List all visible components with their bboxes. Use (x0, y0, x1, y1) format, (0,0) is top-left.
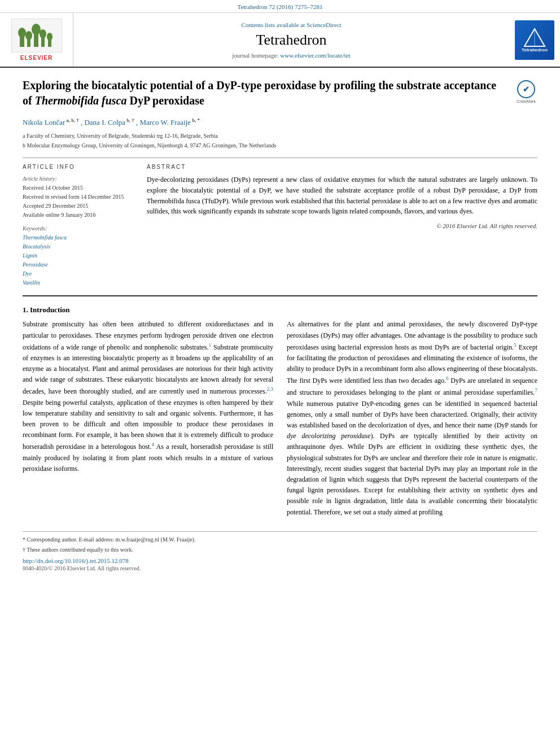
issn-text: 0040-4020/© 2016 Elsevier Ltd. All right… (23, 565, 537, 571)
svg-point-7 (40, 29, 46, 38)
article-title: Exploring the biocatalytic potential of … (23, 78, 507, 108)
abstract-column: ABSTRACT Dye-decolorizing peroxidases (D… (147, 164, 537, 287)
logo-image (11, 19, 62, 53)
author-colpa-sup: b, † (125, 117, 134, 123)
body-divider (23, 295, 537, 296)
author-loncar[interactable]: Nikola Lončar (23, 118, 65, 126)
sciencedirect-text: Contents lists available at ScienceDirec… (241, 21, 341, 28)
svg-point-3 (25, 31, 32, 40)
article-title-section: Exploring the biocatalytic potential of … (23, 78, 537, 108)
author-fraaije-sup: b, * (191, 117, 200, 123)
journal-badge-area: Tetrahedron (509, 13, 560, 67)
main-content: Exploring the biocatalytic potential of … (0, 68, 560, 583)
publisher-logo-area: ELSEVIER (0, 13, 73, 67)
intro-para-left-1: Substrate promiscuity has often been att… (23, 319, 273, 474)
elsevier-logo: ELSEVIER (11, 19, 62, 61)
article-info-column: ARTICLE INFO Article history: Received 1… (23, 164, 135, 287)
journal-homepage: journal homepage: www.elsevier.com/locat… (232, 52, 350, 59)
received-date: Received 14 October 2015 (23, 184, 135, 193)
author-loncar-sup: a, b, † (65, 117, 78, 123)
footnote-equal: † These authors contributed equally to t… (23, 545, 537, 554)
body-col-right: As alternatives for the plant and animal… (287, 319, 537, 522)
elsevier-wordmark: ELSEVIER (20, 55, 53, 61)
affiliation-b: b Molecular Enzymology Group, University… (23, 141, 537, 150)
page: Tetrahedron 72 (2016) 7275–7281 (0, 0, 560, 747)
authors-section: Nikola Lončar a, b, † , Dana I. Colpa b,… (23, 117, 537, 127)
svg-point-5 (32, 24, 41, 35)
crossmark-icon: ✔ (517, 80, 535, 98)
svg-rect-6 (41, 37, 45, 47)
affiliations-section: a Faculty of Chemistry, University of Be… (23, 132, 537, 150)
abstract-text: Dye-decolorizing peroxidases (DyPs) repr… (147, 174, 537, 216)
keyword-6[interactable]: Vanillin (23, 278, 135, 287)
homepage-link[interactable]: www.elsevier.com/locate/tet (280, 52, 351, 59)
body-columns: Substrate promiscuity has often been att… (23, 319, 537, 522)
journal-info-center: Contents lists available at ScienceDirec… (73, 13, 509, 67)
article-history-block: Article history: Received 14 October 201… (23, 174, 135, 220)
journal-title: Tetrahedron (256, 32, 326, 49)
abstract-header: ABSTRACT (147, 164, 537, 170)
author-colpa[interactable]: , Dana I. Colpa (81, 118, 125, 126)
footer-area: * Corresponding author. E-mail address: … (23, 531, 537, 571)
accepted-date: Accepted 29 December 2015 (23, 202, 135, 211)
tetrahedron-badge: Tetrahedron (515, 20, 554, 60)
keywords-label: Keywords: (23, 225, 135, 231)
crossmark-label: CrossMark (517, 99, 536, 103)
affiliation-a: a Faculty of Chemistry, University of Be… (23, 132, 537, 140)
keyword-5[interactable]: Dye (23, 269, 135, 278)
crossmark-badge[interactable]: ✔ CrossMark (515, 80, 537, 103)
author-fraaije[interactable]: , Marco W. Fraaije (136, 118, 191, 126)
keyword-3[interactable]: Lignin (23, 251, 135, 260)
keywords-block: Keywords: Thermobifida fusca Biocatalysi… (23, 225, 135, 287)
intro-para-right-1: As alternatives for the plant and animal… (287, 319, 537, 517)
copyright-text: © 2016 Elsevier Ltd. All rights reserved… (147, 222, 537, 229)
intro-heading: 1. Introduction (23, 305, 537, 314)
svg-point-1 (18, 28, 26, 38)
doi-link[interactable]: http://dx.doi.org/10.1016/j.tet.2015.12.… (23, 557, 129, 564)
available-date: Available online 9 January 2016 (23, 211, 135, 220)
badge-title: Tetrahedron (522, 47, 548, 53)
keyword-2[interactable]: Biocatalysis (23, 242, 135, 251)
section-divider-1 (23, 158, 537, 158)
keyword-1[interactable]: Thermobifida fusca (23, 233, 135, 242)
article-info-header: ARTICLE INFO (23, 164, 135, 170)
revised-date: Received in revised form 14 December 201… (23, 193, 135, 202)
svg-point-9 (47, 33, 53, 41)
body-col-left: Substrate promiscuity has often been att… (23, 319, 273, 522)
citation-text: Tetrahedron 72 (2016) 7275–7281 (237, 3, 322, 10)
keyword-4[interactable]: Peroxidase (23, 260, 135, 269)
journal-header: ELSEVIER Contents lists available at Sci… (0, 13, 560, 68)
info-abstract-columns: ARTICLE INFO Article history: Received 1… (23, 164, 537, 287)
history-label: Article history: (23, 174, 135, 184)
journal-citation: Tetrahedron 72 (2016) 7275–7281 (0, 0, 560, 13)
footnote-corresponding: * Corresponding author. E-mail address: … (23, 535, 537, 544)
